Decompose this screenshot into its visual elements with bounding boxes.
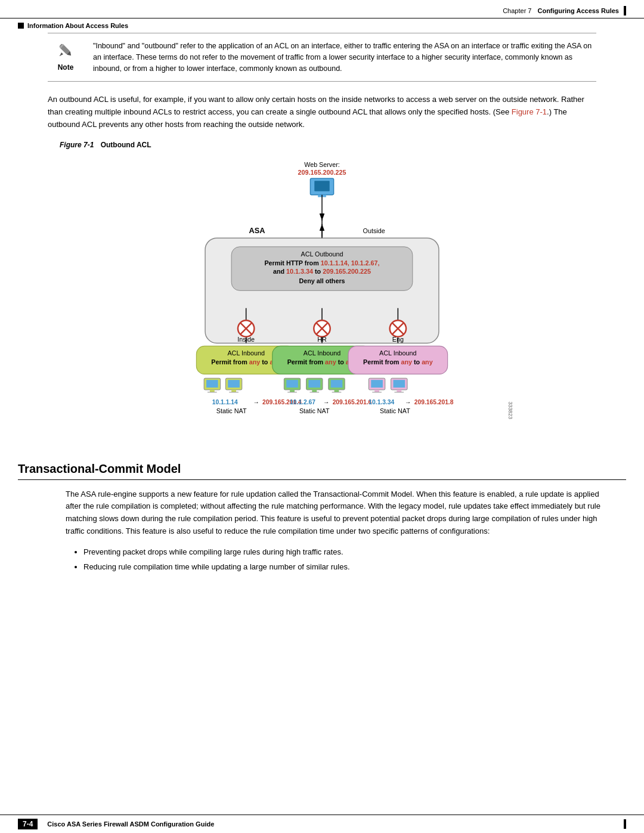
svg-text:209.165.201.6: 209.165.201.6 bbox=[333, 399, 372, 405]
note-text: "Inbound" and "outbound" refer to the ap… bbox=[93, 41, 596, 74]
svg-text:10.1.3.34: 10.1.3.34 bbox=[369, 399, 394, 405]
svg-rect-55 bbox=[290, 389, 295, 392]
svg-text:Eng: Eng bbox=[392, 335, 404, 342]
note-label: Note bbox=[58, 63, 74, 72]
figure-caption-italic: Figure 7-1 bbox=[60, 141, 94, 149]
asa-label: ASA bbox=[249, 226, 265, 235]
section-body: The ASA rule-engine supports a new featu… bbox=[18, 488, 626, 574]
svg-text:209.165.201.8: 209.165.201.8 bbox=[414, 399, 454, 405]
figure-caption-bold: Outbound ACL bbox=[101, 141, 151, 149]
header-title: Configuring Access Rules bbox=[537, 7, 619, 14]
svg-rect-71 bbox=[397, 389, 401, 392]
svg-rect-63 bbox=[335, 389, 339, 392]
figure-caption: Figure 7-1 Outbound ACL bbox=[48, 141, 596, 149]
svg-text:10.1.1.14: 10.1.1.14 bbox=[212, 399, 238, 405]
bullet-item-1: Preventing packet drops while compiling … bbox=[83, 546, 614, 559]
footer-title: Cisco ASA Series Firewall ASDM Configura… bbox=[47, 820, 619, 828]
svg-text:Permit from 
          any
   : Permit from any to any bbox=[363, 358, 433, 365]
svg-text:Permit HTTP from 
          10: Permit HTTP from 10.1.1.14, 10.1.2.67, bbox=[264, 259, 379, 267]
svg-text:Permit from 
          any
   : Permit from any to any bbox=[211, 358, 281, 365]
svg-text:Deny all others: Deny all others bbox=[299, 277, 345, 284]
svg-text:ACL Outbound: ACL Outbound bbox=[301, 250, 343, 258]
outside-label: Outside bbox=[363, 227, 385, 234]
svg-rect-51 bbox=[231, 389, 236, 392]
svg-rect-66 bbox=[371, 380, 383, 388]
note-icon-wrap: Note bbox=[48, 41, 83, 72]
bullet-list: Preventing packet drops while compiling … bbox=[83, 546, 614, 574]
section-heading: Transactional-Commit Model bbox=[18, 462, 626, 480]
svg-text:333823: 333823 bbox=[507, 401, 513, 419]
svg-rect-7 bbox=[314, 181, 329, 191]
section-label-bar bbox=[18, 23, 24, 29]
svg-text:ACL Inbound: ACL Inbound bbox=[227, 349, 264, 357]
header-bar bbox=[624, 6, 626, 16]
note-box: Note "Inbound" and "outbound" refer to t… bbox=[48, 33, 596, 82]
section-paragraph: The ASA rule-engine supports a new featu… bbox=[66, 488, 614, 538]
svg-text:Static NAT: Static NAT bbox=[380, 407, 410, 414]
svg-rect-58 bbox=[308, 380, 320, 388]
body-paragraph: An outbound ACL is useful, for example, … bbox=[48, 94, 596, 131]
diagram-container: Web Server: 209.165.200.225 bbox=[113, 156, 531, 444]
svg-rect-46 bbox=[206, 380, 218, 388]
svg-rect-47 bbox=[210, 389, 215, 392]
figure-link[interactable]: Figure 7-1 bbox=[512, 107, 547, 116]
svg-text:and 
          10.1.3.34
     : and 10.1.3.34 to 209.165.200.225 bbox=[273, 268, 371, 275]
svg-text:→: → bbox=[405, 399, 411, 405]
svg-text:Inside: Inside bbox=[237, 335, 255, 342]
section-label-text: Information About Access Rules bbox=[27, 22, 128, 29]
svg-line-2 bbox=[60, 55, 61, 56]
svg-text:→: → bbox=[253, 399, 259, 405]
svg-rect-54 bbox=[286, 380, 298, 388]
note-pencil-icon bbox=[56, 41, 75, 62]
svg-rect-62 bbox=[331, 380, 343, 388]
footer-bar bbox=[624, 819, 626, 829]
svg-rect-67 bbox=[374, 389, 379, 392]
svg-text:Static NAT: Static NAT bbox=[216, 407, 247, 414]
transactional-section: Transactional-Commit Model The ASA rule-… bbox=[0, 462, 644, 630]
svg-text:→: → bbox=[323, 399, 329, 405]
svg-text:ACL Inbound: ACL Inbound bbox=[379, 349, 416, 357]
web-server-label: Web Server: bbox=[304, 160, 340, 168]
diagram-svg: Web Server: 209.165.200.225 bbox=[113, 156, 531, 442]
svg-text:Permit from 
          any
   : Permit from any to any bbox=[287, 358, 357, 365]
main-content: Note "Inbound" and "outbound" refer to t… bbox=[0, 33, 644, 444]
section-label-bar-wrap: Information About Access Rules bbox=[0, 18, 644, 33]
page-header: Chapter 7 Configuring Access Rules bbox=[0, 0, 644, 18]
svg-text:HR: HR bbox=[317, 335, 327, 342]
bullet-item-2: Reducing rule compilation time while upd… bbox=[83, 561, 614, 574]
svg-text:10.1.2.67: 10.1.2.67 bbox=[290, 399, 315, 405]
page-footer: 7-4 Cisco ASA Series Firewall ASDM Confi… bbox=[0, 815, 644, 833]
web-server-ip: 209.165.200.225 bbox=[298, 169, 346, 176]
svg-rect-70 bbox=[394, 380, 405, 388]
svg-rect-59 bbox=[312, 389, 317, 392]
footer-page-num: 7-4 bbox=[18, 819, 38, 829]
page: Chapter 7 Configuring Access Rules Infor… bbox=[0, 0, 644, 833]
svg-text:ACL Inbound: ACL Inbound bbox=[304, 349, 340, 357]
svg-text:Static NAT: Static NAT bbox=[299, 407, 330, 414]
header-chapter: Chapter 7 bbox=[503, 7, 531, 14]
svg-rect-50 bbox=[228, 380, 240, 388]
